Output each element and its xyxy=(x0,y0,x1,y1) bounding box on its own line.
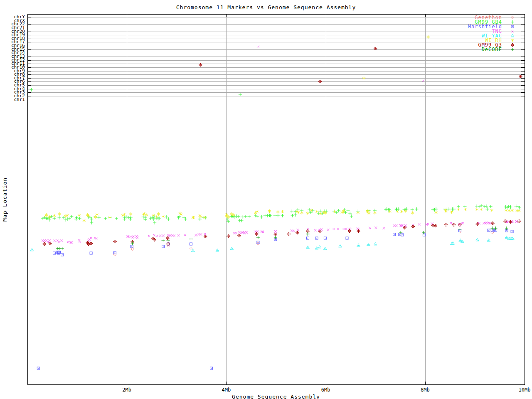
data-point xyxy=(296,231,299,234)
data-point xyxy=(400,210,403,213)
data-point xyxy=(129,212,132,216)
data-point xyxy=(155,215,158,218)
data-point xyxy=(411,211,414,214)
data-point xyxy=(235,214,239,218)
data-point xyxy=(319,212,322,215)
data-point xyxy=(162,215,165,218)
data-point xyxy=(48,239,51,242)
data-point xyxy=(54,239,56,242)
data-point xyxy=(131,245,133,248)
x-axis-label: Genome Sequence Assembly xyxy=(27,394,525,399)
data-point xyxy=(153,221,156,224)
data-point xyxy=(257,45,259,48)
data-point xyxy=(260,215,263,219)
data-point xyxy=(276,210,279,214)
data-point xyxy=(435,211,438,214)
data-point xyxy=(240,219,244,222)
data-point xyxy=(200,233,202,236)
x-tick-label-2Mb: 2Mb xyxy=(122,387,131,392)
data-point xyxy=(485,207,489,211)
data-point xyxy=(315,210,318,213)
data-point xyxy=(204,235,207,238)
data-point xyxy=(236,215,240,218)
data-point xyxy=(166,236,169,240)
data-point xyxy=(307,237,309,239)
data-point xyxy=(37,367,39,369)
data-point xyxy=(159,234,161,237)
data-point xyxy=(238,234,241,237)
y-tick-label-chr1: chr1 xyxy=(14,98,25,102)
data-point xyxy=(337,209,340,212)
data-point xyxy=(349,228,351,231)
data-point xyxy=(162,234,165,237)
data-point xyxy=(374,243,377,245)
data-point xyxy=(309,211,313,214)
data-point xyxy=(113,240,117,243)
data-point xyxy=(339,245,342,247)
data-point xyxy=(241,215,244,219)
data-point xyxy=(314,229,317,232)
data-point xyxy=(348,212,352,215)
data-point xyxy=(324,247,327,250)
data-point xyxy=(58,216,61,219)
data-point xyxy=(415,207,419,211)
data-point xyxy=(144,218,147,221)
data-point xyxy=(58,212,61,216)
data-point xyxy=(464,208,467,211)
data-point xyxy=(268,209,271,213)
data-point xyxy=(300,211,303,214)
series-genethon xyxy=(113,231,494,256)
data-point xyxy=(395,208,399,211)
data-point xyxy=(78,214,81,217)
series-gm99-gb4 xyxy=(30,88,521,224)
data-point xyxy=(294,213,297,217)
data-point xyxy=(53,217,56,220)
data-point xyxy=(505,209,507,212)
data-point xyxy=(457,208,460,211)
grid-layer xyxy=(27,14,525,384)
data-point xyxy=(503,219,507,223)
data-point xyxy=(68,217,71,220)
data-point xyxy=(444,223,448,227)
data-point xyxy=(256,215,259,218)
data-point xyxy=(244,215,247,218)
data-point xyxy=(61,239,63,242)
series-wi-rh xyxy=(44,35,521,222)
data-point xyxy=(401,224,404,227)
data-point xyxy=(90,237,92,239)
data-point xyxy=(70,241,73,244)
data-point xyxy=(517,219,521,223)
data-point xyxy=(74,217,78,221)
data-point xyxy=(485,204,488,208)
data-point xyxy=(318,246,321,248)
data-point xyxy=(192,249,195,252)
data-point xyxy=(517,209,520,212)
data-point xyxy=(210,367,213,369)
data-point xyxy=(148,235,150,237)
data-point xyxy=(297,229,299,231)
data-point xyxy=(337,228,340,230)
data-point xyxy=(290,209,293,213)
data-point xyxy=(515,204,518,208)
data-point xyxy=(281,210,284,213)
data-point xyxy=(233,215,236,219)
data-point xyxy=(89,242,93,245)
data-point xyxy=(306,212,309,215)
data-point xyxy=(239,93,242,96)
data-point xyxy=(30,249,34,251)
data-point xyxy=(475,204,478,208)
data-point xyxy=(115,217,118,220)
data-point xyxy=(423,234,425,236)
data-point xyxy=(318,80,322,83)
data-point xyxy=(327,229,330,231)
data-point xyxy=(357,244,360,246)
data-point xyxy=(190,247,192,250)
x-tick-label-4Mb: 4Mb xyxy=(222,387,231,392)
data-point xyxy=(43,242,46,246)
data-point xyxy=(66,217,69,221)
data-point xyxy=(457,205,460,208)
legend-row-decode: DeCODE xyxy=(482,47,515,52)
series-tng xyxy=(42,45,518,244)
data-point xyxy=(422,231,425,234)
data-point xyxy=(350,214,353,218)
